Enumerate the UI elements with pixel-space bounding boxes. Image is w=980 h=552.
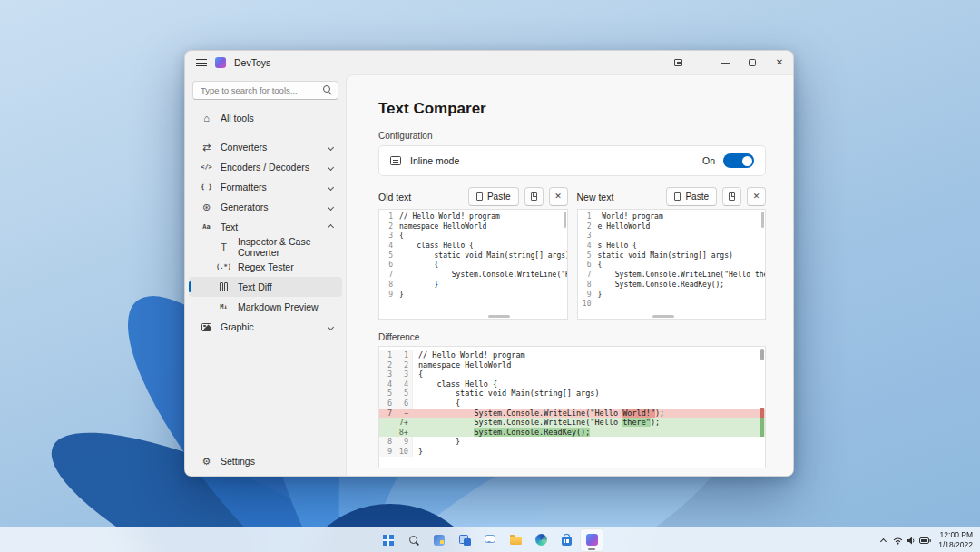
editor-line: 9}: [578, 291, 766, 301]
edge-icon: [535, 534, 547, 546]
sidebar-item-all-tools[interactable]: ⌂ All tools: [189, 107, 342, 129]
sidebar-item-settings[interactable]: ⚙ Settings: [189, 450, 342, 472]
diff-row: 8+ System.Console.ReadKey();: [379, 428, 765, 438]
taskbar-chat-button[interactable]: [478, 528, 502, 552]
sidebar-item-encoders-decoders[interactable]: </> Encoders / Decoders: [189, 157, 342, 177]
tray-chevron-up-icon[interactable]: [880, 537, 887, 544]
sidebar-item-regex-tester[interactable]: (.*) Regex Tester: [189, 257, 342, 277]
chevron-down-icon: [328, 323, 334, 330]
sidebar-item-graphic[interactable]: Graphic: [189, 317, 342, 337]
old-line-number: 1: [379, 350, 395, 360]
new-line-number: 5: [395, 389, 413, 399]
diff-added-marker: [760, 418, 764, 437]
sidebar-item-generators[interactable]: ⊛ Generators: [189, 197, 342, 217]
sidebar-item-inspector-case-converter[interactable]: T Inspector & Case Converter: [189, 237, 342, 257]
sidebar-item-label: Settings: [220, 456, 255, 467]
taskbar-clock[interactable]: 12:00 PM 1/18/2022: [938, 530, 973, 550]
diff-row: 7+ System.Console.WriteLine("Hello there…: [379, 418, 765, 428]
page-title: Text Comparer: [378, 100, 766, 118]
taskbar-devtoys-button[interactable]: [580, 528, 603, 552]
sidebar-item-text[interactable]: Aa Text: [189, 217, 342, 237]
taskbar: 12:00 PM 1/18/2022: [0, 527, 980, 552]
new-editor-horizontal-scrollbar[interactable]: [652, 315, 674, 318]
taskbar-task-view-button[interactable]: [453, 528, 476, 552]
taskbar-edge-button[interactable]: [529, 528, 553, 552]
wifi-icon: [893, 537, 903, 545]
line-text: }: [598, 291, 603, 301]
line-number: 9: [578, 291, 598, 301]
old-editor-horizontal-scrollbar[interactable]: [488, 315, 510, 318]
search-icon: [408, 535, 419, 546]
search-input[interactable]: [192, 81, 338, 100]
compact-overlay-button[interactable]: [664, 51, 691, 74]
line-number: 2: [379, 222, 399, 232]
minimize-button[interactable]: [711, 51, 739, 74]
diff-view[interactable]: 11// Hello World! program22namespace Hel…: [378, 346, 766, 468]
taskbar-widgets-button[interactable]: [427, 528, 451, 552]
maximize-button[interactable]: [739, 51, 766, 74]
old-text-clear-button[interactable]: ✕: [549, 187, 568, 206]
inline-mode-toggle[interactable]: [723, 153, 754, 168]
editor-line: 1 World! program: [578, 212, 766, 222]
taskbar-file-explorer-button[interactable]: [504, 528, 527, 552]
sidebar-item-markdown-preview[interactable]: M↓ Markdown Preview: [189, 297, 342, 317]
old-text-paste-button[interactable]: Paste: [468, 187, 519, 206]
line-number: 7: [578, 271, 598, 281]
line-text: World! program: [598, 212, 663, 222]
sidebar-item-converters[interactable]: ⇄ Converters: [189, 137, 342, 157]
new-line-number: 8+: [395, 428, 413, 438]
line-number: 5: [379, 251, 399, 261]
new-text-paste-button[interactable]: Paste: [666, 187, 717, 206]
close-icon: ✕: [776, 58, 783, 67]
new-text-clear-button[interactable]: ✕: [747, 187, 766, 206]
new-text-header: New text Paste ✕: [577, 187, 767, 206]
line-number: 8: [379, 281, 399, 291]
line-number: 4: [578, 242, 598, 251]
text-diff-icon: [218, 282, 230, 291]
old-line-number: 5: [379, 389, 395, 399]
sidebar-item-text-diff[interactable]: Text Diff: [189, 277, 342, 297]
store-icon: [562, 537, 572, 546]
diff-removed-marker: [760, 408, 764, 418]
old-editor-vertical-scrollbar[interactable]: [564, 212, 566, 228]
close-button[interactable]: ✕: [766, 51, 793, 74]
markdown-icon: M↓: [218, 303, 230, 310]
new-editor-vertical-scrollbar[interactable]: [761, 212, 764, 228]
taskbar-start-button[interactable]: [377, 528, 400, 552]
compact-overlay-icon: [674, 59, 682, 66]
sidebar-item-label: Generators: [220, 202, 269, 212]
sidebar-item-label: Formatters: [220, 182, 267, 192]
old-text-editor[interactable]: 1// Hello World! program2namespace Hello…: [378, 209, 568, 320]
menu-button[interactable]: [196, 59, 207, 66]
diff-vertical-scrollbar[interactable]: [760, 349, 764, 360]
new-line-number: 6: [395, 399, 413, 409]
line-number: 3: [578, 232, 598, 242]
line-number: 1: [578, 212, 598, 222]
regex-icon: (.*): [218, 263, 230, 271]
old-text-open-file-button[interactable]: [524, 187, 544, 206]
new-text-editor[interactable]: 1 World! program2e HelloWorld34s Hello {…: [577, 209, 767, 320]
diff-line-text: {: [413, 370, 765, 380]
editor-line: 9}: [379, 291, 567, 301]
taskbar-search-button[interactable]: [402, 528, 426, 552]
line-text: e HelloWorld: [598, 222, 651, 232]
minimize-icon: [721, 63, 730, 64]
difference-label: Difference: [378, 332, 766, 342]
new-line-number: −: [395, 409, 413, 419]
sidebar-item-formatters[interactable]: { } Formatters: [189, 177, 342, 197]
title-bar[interactable]: DevToys ✕: [185, 51, 793, 74]
inline-mode-icon: [390, 156, 401, 165]
diff-line-text: System.Console.ReadKey();: [413, 428, 765, 438]
old-text-label: Old text: [378, 192, 411, 202]
taskbar-store-button[interactable]: [554, 528, 578, 552]
editor-line: 8 System.Console.ReadKey();: [578, 281, 766, 291]
old-line-number: 3: [379, 370, 395, 380]
line-number: 6: [379, 261, 399, 271]
start-icon: [383, 535, 394, 546]
new-text-open-file-button[interactable]: [722, 187, 741, 206]
paste-button-label: Paste: [487, 192, 511, 202]
line-number: 9: [379, 291, 399, 301]
line-text: {: [598, 261, 603, 271]
tray-status-icons[interactable]: [893, 537, 931, 545]
editor-line: 4 class Hello {: [379, 242, 567, 251]
